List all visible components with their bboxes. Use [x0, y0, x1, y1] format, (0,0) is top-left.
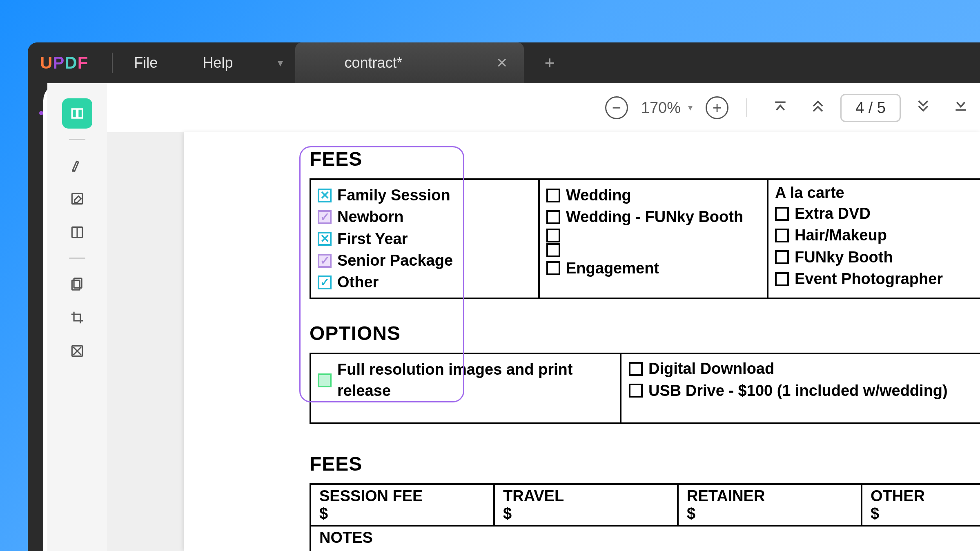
pages-tool-button[interactable]: [63, 270, 91, 298]
checkbox-usb-drive[interactable]: [629, 384, 643, 398]
top-toolbar: − 170% ▾ + 4 / 5: [107, 83, 980, 132]
pdf-page: FEES ✕Family Session ✓Newborn ✕First Yea…: [184, 132, 980, 551]
checkbox-senior-package[interactable]: ✓: [318, 254, 332, 268]
label: Wedding: [566, 185, 631, 206]
document-tab[interactable]: contract* ✕: [295, 42, 524, 83]
panel-tool-button[interactable]: [63, 218, 91, 246]
checkbox-engagement[interactable]: [546, 261, 560, 275]
checkbox-full-resolution[interactable]: [318, 373, 332, 387]
label: Other: [337, 272, 379, 293]
menu-help[interactable]: Help: [203, 54, 233, 71]
fees-summary-table: SESSION FEE$ TRAVEL$ RETAINER$ OTHER$ NO…: [310, 483, 980, 551]
section-title-fees-2: FEES: [310, 453, 980, 475]
notes-cell: NOTES: [311, 525, 980, 551]
checkbox-extra-dvd[interactable]: [775, 207, 789, 221]
tab-title: contract*: [344, 54, 402, 71]
chevron-down-icon: ▾: [688, 102, 693, 113]
zoom-out-button[interactable]: −: [605, 96, 628, 119]
left-sidebar: [47, 83, 107, 551]
retainer-cell: RETAINER$: [679, 485, 862, 525]
label: FUNky Booth: [795, 247, 893, 268]
label: Wedding - FUNky Booth: [566, 207, 743, 227]
label: Newborn: [337, 207, 404, 227]
zoom-value: 170%: [641, 99, 681, 117]
separator: [69, 139, 85, 140]
redact-tool-button[interactable]: [63, 337, 91, 365]
logo: UPDF: [40, 53, 88, 73]
checkbox-other[interactable]: ✓: [318, 276, 332, 289]
prev-page-button[interactable]: [803, 98, 833, 117]
section-title-fees: FEES: [310, 148, 980, 170]
label: Digital Download: [648, 358, 774, 379]
next-page-button[interactable]: [908, 98, 938, 117]
highlight-tool-button[interactable]: [63, 151, 91, 179]
label: First Year: [337, 229, 408, 249]
first-page-button[interactable]: [765, 98, 795, 117]
edit-tool-button[interactable]: [63, 185, 91, 213]
a-la-carte-header: A la carte: [775, 184, 973, 202]
separator: [69, 258, 85, 259]
checkbox-hair-makeup[interactable]: [775, 229, 789, 242]
document-content: FEES ✕Family Session ✓Newborn ✕First Yea…: [310, 148, 980, 551]
zoom-level[interactable]: 170% ▾: [635, 99, 698, 117]
close-icon[interactable]: ✕: [496, 55, 508, 71]
checkbox-family-session[interactable]: ✕: [318, 189, 332, 202]
menu-file[interactable]: File: [134, 54, 158, 71]
checkbox-newborn[interactable]: ✓: [318, 210, 332, 224]
checkbox-first-year[interactable]: ✕: [318, 232, 332, 246]
page-view[interactable]: FEES ✕Family Session ✓Newborn ✕First Yea…: [107, 132, 980, 551]
travel-cell: TRAVEL$: [495, 485, 679, 525]
zoom-in-button[interactable]: +: [706, 96, 728, 119]
fees-table: ✕Family Session ✓Newborn ✕First Year ✓Se…: [310, 178, 980, 299]
label: Family Session: [337, 185, 450, 206]
checkbox-blank-1[interactable]: [546, 229, 560, 242]
last-page-button[interactable]: [946, 98, 976, 117]
titlebar: UPDF File Help ▾ contract* ✕ +: [28, 42, 980, 83]
page-number-input[interactable]: 4 / 5: [840, 94, 901, 122]
divider: [112, 53, 113, 73]
label: USB Drive - $100 (1 included w/wedding): [648, 380, 948, 401]
session-fee-cell: SESSION FEE$: [311, 485, 495, 525]
label: Engagement: [566, 258, 659, 279]
section-title-options: OPTIONS: [310, 322, 980, 344]
label: Hair/Makeup: [795, 225, 887, 246]
label: Event Photographer: [795, 269, 943, 289]
app-window: UPDF File Help ▾ contract* ✕ +: [28, 42, 980, 551]
label: Full resolution images and print release: [337, 359, 613, 401]
reader-tool-button[interactable]: [63, 100, 91, 127]
crop-tool-button[interactable]: [63, 304, 91, 331]
new-tab-button[interactable]: +: [544, 53, 555, 73]
tab-dropdown-icon[interactable]: ▾: [278, 57, 283, 69]
checkbox-wedding[interactable]: [546, 189, 560, 202]
checkbox-wedding-funky[interactable]: [546, 210, 560, 224]
checkbox-event-photographer[interactable]: [775, 272, 789, 286]
checkbox-digital-download[interactable]: [629, 362, 643, 376]
checkbox-funky-booth[interactable]: [775, 250, 789, 264]
checkbox-blank-2[interactable]: [546, 243, 560, 257]
separator: [746, 98, 747, 117]
label: Senior Package: [337, 250, 453, 271]
other-cell: OTHER$: [862, 485, 980, 525]
options-table: Full resolution images and print release…: [310, 353, 980, 424]
active-indicator-dot: [39, 111, 43, 115]
label: Extra DVD: [795, 203, 871, 224]
